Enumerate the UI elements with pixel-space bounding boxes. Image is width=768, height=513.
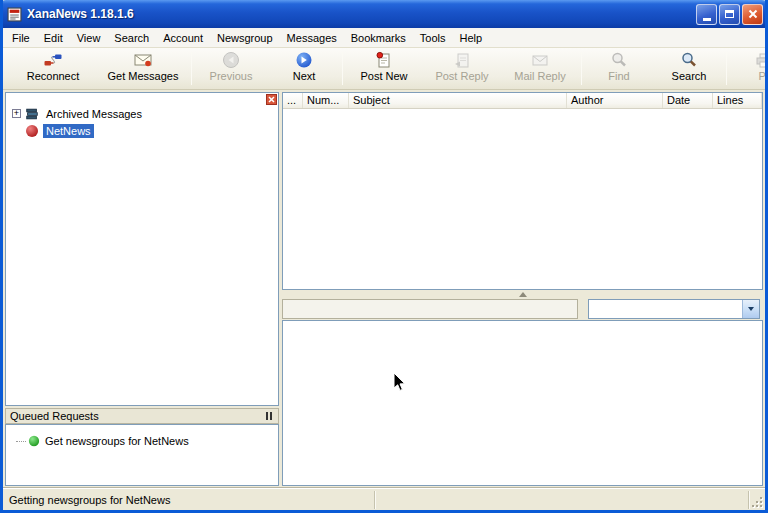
find-button: Find (584, 48, 654, 89)
mail-reply-label: Mail Reply (514, 70, 565, 83)
search-icon (680, 51, 698, 69)
pause-icon (270, 412, 272, 420)
queued-request-label: Get newsgroups for NetNews (45, 435, 189, 447)
column-flag[interactable]: ... (283, 93, 303, 108)
tree-item-archived-messages[interactable]: + Archived Messages (6, 105, 278, 122)
reconnect-icon (44, 51, 62, 69)
tree-item-label[interactable]: NetNews (43, 124, 94, 138)
menu-edit[interactable]: Edit (37, 28, 70, 48)
column-number[interactable]: Num... (303, 93, 349, 108)
previous-icon (222, 51, 240, 69)
panel-close-button[interactable] (266, 94, 277, 105)
get-messages-icon (134, 51, 152, 69)
queued-requests-list: Get newsgroups for NetNews (5, 424, 279, 486)
close-icon (268, 96, 275, 103)
titlebar[interactable]: XanaNews 1.18.1.6 (0, 0, 768, 28)
toolbar-separator (191, 52, 192, 85)
status-green-icon (28, 435, 40, 447)
next-button[interactable]: Next (268, 48, 340, 89)
column-subject[interactable]: Subject (349, 93, 567, 108)
message-header-band (282, 298, 763, 320)
message-view-panel[interactable] (282, 320, 763, 486)
app-icon (7, 7, 22, 22)
chevron-down-icon (748, 307, 754, 311)
newsgroup-combobox[interactable] (588, 299, 760, 319)
window-title: XanaNews 1.18.1.6 (27, 7, 696, 21)
menu-help[interactable]: Help (452, 28, 489, 48)
menu-search[interactable]: Search (107, 28, 156, 48)
pause-icon (266, 412, 268, 420)
status-bar: Getting newsgroups for NetNews (3, 488, 765, 510)
toolbar-separator (581, 52, 582, 85)
tree-item-label[interactable]: Archived Messages (43, 107, 145, 121)
print-button: Pr (729, 48, 765, 89)
resize-grip[interactable] (749, 491, 765, 509)
column-author[interactable]: Author (567, 93, 663, 108)
message-list-panel: ... Num... Subject Author Date Lines (282, 92, 763, 290)
menu-bar: File Edit View Search Account Newsgroup … (3, 28, 765, 48)
minimize-icon (703, 18, 711, 21)
server-icon (25, 124, 39, 138)
find-icon (610, 51, 628, 69)
app-window: XanaNews 1.18.1.6 File Edit View Search … (0, 0, 768, 513)
tree-item-netnews[interactable]: NetNews (6, 122, 278, 139)
print-label: Pr (759, 70, 766, 83)
combobox-dropdown-button[interactable] (742, 300, 759, 318)
maximize-button[interactable] (719, 4, 740, 25)
search-button[interactable]: Search (654, 48, 724, 89)
message-list-body[interactable] (283, 109, 762, 290)
post-reply-label: Post Reply (435, 70, 488, 83)
printer-icon (755, 51, 765, 69)
queued-requests-header: Queued Requests (5, 408, 279, 424)
close-button[interactable] (742, 4, 763, 25)
message-list-header: ... Num... Subject Author Date Lines (283, 93, 762, 109)
message-header-panel (282, 299, 578, 319)
column-date[interactable]: Date (663, 93, 713, 108)
next-icon (295, 51, 313, 69)
post-reply-button: Post Reply (423, 48, 501, 89)
reconnect-label: Reconnect (27, 70, 80, 83)
previous-button: Previous (194, 48, 268, 89)
maximize-icon (725, 10, 734, 18)
menu-bookmarks[interactable]: Bookmarks (344, 28, 413, 48)
toolbar: Reconnect Get Messages Previous (3, 48, 765, 90)
next-label: Next (293, 70, 316, 83)
menu-file[interactable]: File (5, 28, 37, 48)
post-new-icon (375, 51, 393, 69)
menu-newsgroup[interactable]: Newsgroup (210, 28, 280, 48)
search-label: Search (672, 70, 707, 83)
menu-account[interactable]: Account (156, 28, 210, 48)
mail-reply-icon (531, 51, 549, 69)
post-reply-icon (453, 51, 471, 69)
queued-requests-title: Queued Requests (10, 410, 264, 422)
tree-connector (16, 441, 26, 442)
expand-icon[interactable]: + (12, 109, 21, 118)
menu-view[interactable]: View (70, 28, 108, 48)
get-messages-label: Get Messages (108, 70, 179, 83)
toolbar-separator (342, 52, 343, 85)
archive-icon (25, 107, 39, 121)
menu-messages[interactable]: Messages (280, 28, 344, 48)
horizontal-splitter[interactable] (282, 290, 763, 298)
find-label: Find (608, 70, 629, 83)
post-new-label: Post New (360, 70, 407, 83)
queued-request-item[interactable]: Get newsgroups for NetNews (6, 433, 278, 449)
status-text: Getting newsgroups for NetNews (3, 491, 375, 509)
toolbar-separator (726, 52, 727, 85)
column-lines[interactable]: Lines (713, 93, 762, 108)
get-messages-button[interactable]: Get Messages (97, 48, 189, 89)
splitter-grip-icon (519, 292, 527, 297)
menu-tools[interactable]: Tools (413, 28, 453, 48)
newsgroup-tree-panel: + Archived Messages NetNews (5, 92, 279, 406)
minimize-button[interactable] (696, 4, 717, 25)
post-new-button[interactable]: Post New (345, 48, 423, 89)
status-pane-secondary (375, 491, 749, 509)
previous-label: Previous (210, 70, 253, 83)
mail-reply-button: Mail Reply (501, 48, 579, 89)
pause-button[interactable] (264, 411, 274, 421)
reconnect-button[interactable]: Reconnect (9, 48, 97, 89)
close-icon (748, 9, 758, 19)
